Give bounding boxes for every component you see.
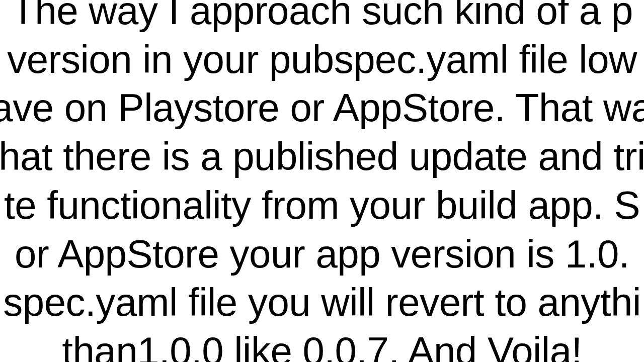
line-6: or AppStore your app version is 1.0.	[15, 232, 629, 276]
line-7: spec.yaml file you will revert to anythi	[3, 280, 641, 324]
line-5: te functionality from your build app. S	[4, 183, 640, 227]
line-8: than1.0.0 like 0.0.7. And Voila!	[62, 329, 582, 362]
line-1: The way I approach such kind of a p	[11, 0, 633, 33]
line-2: version in your pubspec.yaml file low	[7, 37, 637, 81]
line-3: ave on Playstore or AppStore. That wa	[0, 86, 644, 130]
line-4: hat there is a published update and tri	[0, 134, 644, 178]
body-text-block: The way I approach such kind of a p vers…	[0, 0, 644, 362]
